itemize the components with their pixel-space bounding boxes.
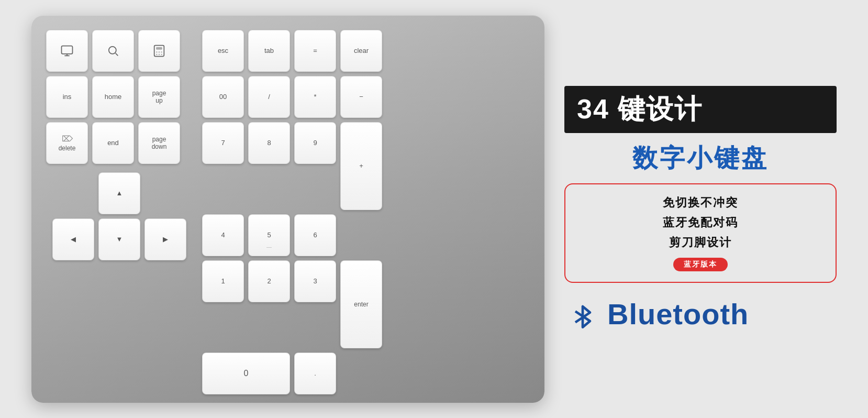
key-3[interactable]: 3 (294, 260, 336, 302)
key-multiply[interactable]: * (294, 76, 336, 118)
key-enter[interactable]: enter (340, 260, 382, 348)
bluetooth-text: Bluetooth (607, 297, 749, 331)
key-esc[interactable]: esc (202, 30, 244, 72)
key-screen[interactable] (46, 30, 88, 72)
key-end[interactable]: end (92, 122, 134, 164)
svg-point-9 (161, 54, 162, 55)
key-pageup[interactable]: pageup (138, 76, 180, 118)
svg-point-1 (109, 47, 116, 54)
left-row-3: ⌦ delete end pagedown (46, 122, 193, 164)
main-title: 34 键设计 (577, 94, 703, 124)
svg-point-6 (161, 51, 162, 52)
key-7[interactable]: 7 (202, 122, 244, 164)
num-row-1: esc tab = clear (202, 30, 530, 72)
key-home[interactable]: home (92, 76, 134, 118)
key-pagedown[interactable]: pagedown (138, 122, 180, 164)
num-row-6: 0 . (202, 353, 530, 394)
left-section: ins home pageup ⌦ delete end pagedown (46, 30, 193, 260)
key-arrow-right[interactable]: ▶ (144, 218, 186, 260)
svg-point-7 (156, 54, 157, 55)
arrow-up-row: ▲ (46, 172, 193, 214)
key-tab[interactable]: tab (248, 30, 290, 72)
key-dot[interactable]: . (294, 353, 336, 394)
feature-line-3: 剪刀脚设计 (669, 235, 732, 250)
key-00[interactable]: 00 (202, 76, 244, 118)
feature-line-2: 蓝牙免配对码 (663, 215, 738, 230)
key-arrow-up[interactable]: ▲ (98, 172, 140, 214)
key-divide[interactable]: / (248, 76, 290, 118)
key-arrow-down[interactable]: ▼ (98, 218, 140, 260)
bluetooth-icon (564, 295, 601, 332)
left-row-1 (46, 30, 193, 72)
feature-line-1: 免切换不冲突 (663, 195, 738, 211)
svg-point-4 (156, 51, 157, 52)
feature-box: 免切换不冲突 蓝牙免配对码 剪刀脚设计 蓝牙版本 (564, 183, 837, 283)
num-row-3: 7 8 9 + (202, 122, 530, 210)
title-block: 34 键设计 (564, 86, 837, 133)
svg-rect-3 (156, 47, 162, 50)
left-row-2: ins home pageup (46, 76, 193, 118)
arrow-row: ◀ ▼ ▶ (46, 218, 193, 260)
bluetooth-badge: 蓝牙版本 (673, 258, 728, 271)
right-section: esc tab = clear 00 / * − (202, 30, 530, 394)
key-search[interactable] (92, 30, 134, 72)
svg-point-5 (159, 51, 160, 52)
num-row-2: 00 / * − (202, 76, 530, 118)
svg-point-8 (159, 54, 160, 55)
svg-rect-0 (62, 46, 73, 54)
key-8[interactable]: 8 (248, 122, 290, 164)
bluetooth-row: Bluetooth (564, 295, 749, 332)
key-delete[interactable]: ⌦ delete (46, 122, 88, 164)
num-row-5: 1 2 3 enter (202, 260, 530, 348)
key-minus[interactable]: − (340, 76, 382, 118)
key-ins[interactable]: ins (46, 76, 88, 118)
key-clear[interactable]: clear (340, 30, 382, 72)
key-4[interactable]: 4 (202, 214, 244, 256)
subtitle: 数字小键盘 (564, 141, 837, 175)
key-calc[interactable] (138, 30, 180, 72)
key-arrow-left[interactable]: ◀ (52, 218, 94, 260)
key-9[interactable]: 9 (294, 122, 336, 164)
key-1[interactable]: 1 (202, 260, 244, 302)
key-6[interactable]: 6 (294, 214, 336, 256)
key-5[interactable]: 5 — (248, 214, 290, 256)
key-equals[interactable]: = (294, 30, 336, 72)
key-plus[interactable]: + (340, 122, 382, 210)
key-0[interactable]: 0 (202, 353, 290, 394)
keyboard: ins home pageup ⌦ delete end pagedown (31, 15, 544, 403)
info-panel: 34 键设计 数字小键盘 免切换不冲突 蓝牙免配对码 剪刀脚设计 蓝牙版本 Bl… (564, 86, 837, 332)
key-2[interactable]: 2 (248, 260, 290, 302)
num-row-4: 4 5 — 6 (202, 214, 530, 256)
